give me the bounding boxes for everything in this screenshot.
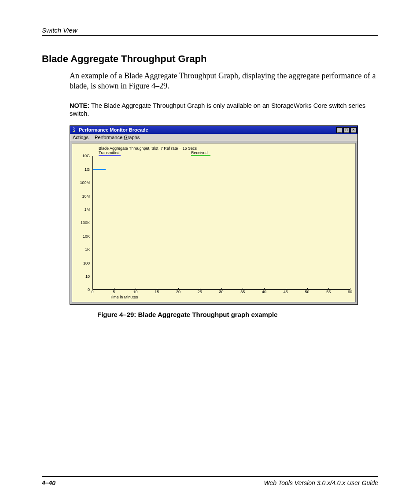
x-tick: 60 <box>348 290 352 294</box>
menu-performance-graphs[interactable]: Performance Graphs <box>95 135 140 140</box>
maximize-button[interactable]: □ <box>343 127 350 133</box>
x-tick: 50 <box>305 290 309 294</box>
section-heading: Blade Aggregate Throughput Graph <box>42 53 378 65</box>
x-axis: Time in Minutes 051015202530354045505560 <box>92 290 350 298</box>
window-title: Performance Monitor Brocade <box>79 127 336 132</box>
note-label: NOTE: <box>70 102 89 109</box>
y-tick: 1M <box>84 207 90 212</box>
x-axis-label: Time in Minutes <box>110 295 138 299</box>
y-tick: 100M <box>80 180 90 185</box>
window-title-bar: Performance Monitor Brocade _ □ × <box>70 126 357 134</box>
chart-area: Blade Aggregate Throughput, Slot=7 Ref r… <box>72 143 356 302</box>
y-tick: 10 <box>85 274 90 279</box>
minimize-button[interactable]: _ <box>336 127 343 133</box>
y-tick: 10M <box>82 194 90 199</box>
y-tick: 100 <box>83 261 90 265</box>
y-axis: 0101001K10K100K1M10M100M1G10G <box>72 156 92 290</box>
x-tick: 30 <box>219 290 223 294</box>
data-line-transmitted <box>93 169 106 170</box>
menu-actions[interactable]: Actions <box>73 135 88 140</box>
x-tick: 40 <box>262 290 266 294</box>
doc-title: Web Tools Version 3.0.x/4.0.x User Guide <box>264 479 378 486</box>
plot-area <box>92 156 350 290</box>
y-tick: 0 <box>88 287 90 292</box>
figure: Performance Monitor Brocade _ □ × Action… <box>70 125 378 318</box>
header-section: Switch View <box>42 26 77 34</box>
menu-bar: Actions Performance Graphs <box>70 134 357 141</box>
x-tick: 10 <box>133 290 137 294</box>
x-tick: 25 <box>198 290 202 294</box>
body-paragraph: An example of a Blade Aggregate Throughp… <box>70 71 378 91</box>
x-tick: 20 <box>176 290 181 294</box>
x-tick: 35 <box>240 290 245 294</box>
x-tick: 55 <box>326 290 331 294</box>
x-tick: 15 <box>155 290 159 294</box>
y-tick: 10G <box>82 154 90 158</box>
figure-caption: Figure 4–29: Blade Aggregate Throughput … <box>97 311 378 318</box>
y-tick: 1G <box>85 167 90 172</box>
chart-title: Blade Aggregate Throughput, Slot=7 Ref r… <box>99 146 197 151</box>
x-tick: 45 <box>284 290 288 294</box>
y-tick: 100K <box>81 221 90 225</box>
page-number: 4–40 <box>42 479 55 486</box>
y-tick: 10K <box>83 234 90 239</box>
page-footer: 4–40 Web Tools Version 3.0.x/4.0.x User … <box>42 476 378 486</box>
java-icon <box>71 127 77 133</box>
x-tick: 0 <box>91 290 93 294</box>
note-block: NOTE: The Blade Aggregate Throughput Gra… <box>70 102 378 118</box>
note-text: The Blade Aggregate Throughput Graph is … <box>70 102 365 117</box>
app-window: Performance Monitor Brocade _ □ × Action… <box>70 125 358 305</box>
close-button[interactable]: × <box>350 127 357 133</box>
x-tick: 5 <box>113 290 115 294</box>
page-header: Switch View <box>42 26 378 36</box>
y-tick: 1K <box>85 247 90 252</box>
